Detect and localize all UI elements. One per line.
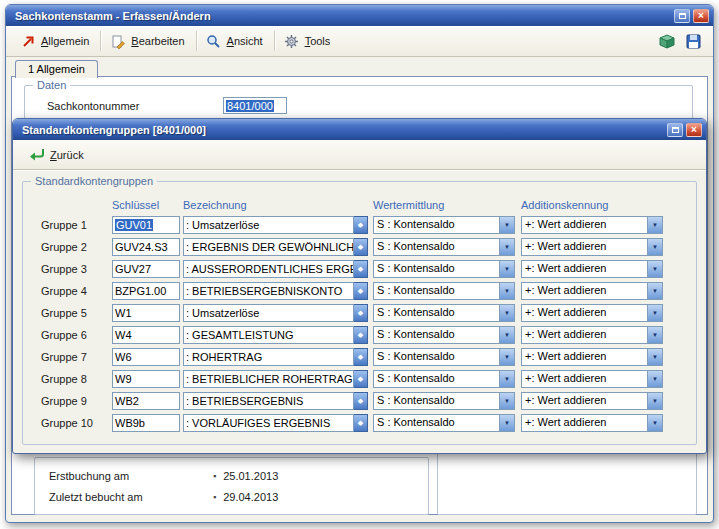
- bezeichnung-input[interactable]: : Umsatzerlöse: [183, 304, 354, 322]
- wertermittlung-select[interactable]: S : Kontensaldo ▼: [373, 260, 515, 278]
- magnifier-icon: [206, 34, 222, 49]
- additionskennung-select[interactable]: +: Wert addieren ▼: [521, 238, 663, 256]
- wertermittlung-select[interactable]: S : Kontensaldo ▼: [373, 370, 515, 388]
- lookup-button[interactable]: ◆: [354, 238, 368, 256]
- dropdown-arrow-icon[interactable]: ▼: [647, 349, 662, 365]
- lookup-button[interactable]: ◆: [354, 304, 368, 322]
- additionskennung-select[interactable]: +: Wert addieren ▼: [521, 304, 663, 322]
- schluessel-input[interactable]: W4: [112, 326, 180, 344]
- additionskennung-select[interactable]: +: Wert addieren ▼: [521, 282, 663, 300]
- sachkontonummer-input[interactable]: 8401/000: [223, 97, 287, 114]
- lookup-button[interactable]: ◆: [354, 370, 368, 388]
- dropdown-arrow-icon[interactable]: ▼: [499, 349, 514, 365]
- bezeichnung-input[interactable]: : AUSSERORDENTLICHES ERGEBNIS: [183, 260, 354, 278]
- schluessel-input[interactable]: BZPG1.00: [112, 282, 180, 300]
- lookup-button[interactable]: ◆: [354, 326, 368, 344]
- edit-icon: [110, 34, 126, 49]
- standardkontengruppen-groupbox: Standardkontengruppen Schlüssel Bezeichn…: [22, 181, 697, 445]
- arrow-ne-icon: [20, 34, 36, 49]
- lookup-button[interactable]: ◆: [354, 414, 368, 432]
- schluessel-input[interactable]: W1: [112, 304, 180, 322]
- wertermittlung-select[interactable]: S : Kontensaldo ▼: [373, 216, 515, 234]
- wertermittlung-select[interactable]: S : Kontensaldo ▼: [373, 326, 515, 344]
- erstbuchung-label: Erstbuchung am: [49, 470, 213, 482]
- dropdown-arrow-icon[interactable]: ▼: [499, 217, 514, 233]
- dropdown-arrow-icon[interactable]: ▼: [647, 415, 662, 431]
- lookup-button[interactable]: ◆: [354, 348, 368, 366]
- dropdown-arrow-icon[interactable]: ▼: [499, 305, 514, 321]
- schluessel-input[interactable]: WB9b: [112, 414, 180, 432]
- erstbuchung-row: Erstbuchung am ▪ 25.01.2013: [49, 470, 418, 482]
- schluessel-input[interactable]: GUV27: [112, 260, 180, 278]
- minimize-button[interactable]: [667, 123, 683, 137]
- menu-ansicht[interactable]: Ansicht: [200, 31, 271, 52]
- lookup-button[interactable]: ◆: [354, 282, 368, 300]
- menu-allgemein[interactable]: Allgemein: [14, 31, 97, 52]
- lookup-button[interactable]: ◆: [354, 216, 368, 234]
- back-arrow-icon: [29, 147, 45, 162]
- additionskennung-select[interactable]: +: Wert addieren ▼: [521, 414, 663, 432]
- additionskennung-select[interactable]: +: Wert addieren ▼: [521, 348, 663, 366]
- wertermittlung-select[interactable]: S : Kontensaldo ▼: [373, 282, 515, 300]
- dropdown-arrow-icon[interactable]: ▼: [647, 371, 662, 387]
- main-titlebar[interactable]: Sachkontenstamm - Erfassen/Ändern ×: [6, 5, 713, 26]
- bezeichnung-input[interactable]: : BETRIEBSERGEBNISKONTO: [183, 282, 354, 300]
- row-label: Gruppe 7: [41, 351, 112, 363]
- dropdown-arrow-icon[interactable]: ▼: [499, 415, 514, 431]
- menu-bearbeiten[interactable]: Bearbeiten: [104, 31, 192, 52]
- menu-label: Allgemein: [41, 35, 89, 47]
- bezeichnung-input[interactable]: : BETRIEBSERGEBNIS: [183, 392, 354, 410]
- bezeichnung-input[interactable]: : VORLÄUFIGES ERGEBNIS: [183, 414, 354, 432]
- dialog-titlebar[interactable]: Standardkontengruppen [8401/000] ×: [13, 119, 706, 140]
- main-toolbar: Allgemein Bearbeiten Ansicht: [6, 26, 713, 57]
- additionskennung-select[interactable]: +: Wert addieren ▼: [521, 392, 663, 410]
- package-icon[interactable]: [659, 34, 675, 49]
- tab-allgemein[interactable]: 1 Allgemein: [15, 60, 98, 78]
- wertermittlung-select[interactable]: S : Kontensaldo ▼: [373, 414, 515, 432]
- row-label: Gruppe 6: [41, 329, 112, 341]
- gear-icon: [284, 34, 300, 49]
- close-button[interactable]: ×: [686, 123, 702, 137]
- schluessel-input[interactable]: W6: [112, 348, 180, 366]
- bezeichnung-input[interactable]: : GESAMTLEISTUNG: [183, 326, 354, 344]
- additionskennung-select[interactable]: +: Wert addieren ▼: [521, 370, 663, 388]
- bezeichnung-input[interactable]: : Umsatzerlöse: [183, 216, 354, 234]
- menu-tools[interactable]: Tools: [278, 31, 339, 52]
- table-row: Gruppe 10 WB9b : VORLÄUFIGES ERGEBNIS ◆ …: [23, 412, 696, 434]
- dropdown-arrow-icon[interactable]: ▼: [499, 283, 514, 299]
- dropdown-arrow-icon[interactable]: ▼: [499, 393, 514, 409]
- additionskennung-select[interactable]: +: Wert addieren ▼: [521, 326, 663, 344]
- wertermittlung-select[interactable]: S : Kontensaldo ▼: [373, 348, 515, 366]
- additionskennung-select[interactable]: +: Wert addieren ▼: [521, 260, 663, 278]
- schluessel-input[interactable]: W9: [112, 370, 180, 388]
- bezeichnung-input[interactable]: : ERGEBNIS DER GEWÖHNLICHEN GES: [183, 238, 354, 256]
- dropdown-arrow-icon[interactable]: ▼: [647, 239, 662, 255]
- close-button[interactable]: ×: [693, 9, 709, 23]
- minimize-button[interactable]: [674, 9, 690, 23]
- dropdown-arrow-icon[interactable]: ▼: [499, 261, 514, 277]
- dropdown-arrow-icon[interactable]: ▼: [499, 371, 514, 387]
- dropdown-arrow-icon[interactable]: ▼: [647, 305, 662, 321]
- bezeichnung-input[interactable]: : ROHERTRAG: [183, 348, 354, 366]
- dropdown-arrow-icon[interactable]: ▼: [647, 217, 662, 233]
- bezeichnung-input[interactable]: : BETRIEBLICHER ROHERTRAG: [183, 370, 354, 388]
- wertermittlung-select[interactable]: S : Kontensaldo ▼: [373, 238, 515, 256]
- zuletzt-bebucht-value: ▪ 29.04.2013: [213, 491, 278, 503]
- save-icon[interactable]: [685, 34, 701, 49]
- wertermittlung-select[interactable]: S : Kontensaldo ▼: [373, 304, 515, 322]
- schluessel-input[interactable]: GUV24.S3: [112, 238, 180, 256]
- lookup-button[interactable]: ◆: [354, 260, 368, 278]
- dropdown-arrow-icon[interactable]: ▼: [499, 327, 514, 343]
- back-button[interactable]: Zurück: [23, 144, 92, 165]
- dropdown-arrow-icon[interactable]: ▼: [647, 261, 662, 277]
- additionskennung-select[interactable]: +: Wert addieren ▼: [521, 216, 663, 234]
- lookup-button[interactable]: ◆: [354, 392, 368, 410]
- schluessel-input[interactable]: WB2: [112, 392, 180, 410]
- dropdown-arrow-icon[interactable]: ▼: [499, 239, 514, 255]
- dropdown-arrow-icon[interactable]: ▼: [647, 283, 662, 299]
- dropdown-arrow-icon[interactable]: ▼: [647, 327, 662, 343]
- schluessel-input[interactable]: GUV01: [112, 216, 180, 234]
- minimize-icon: [679, 13, 686, 19]
- wertermittlung-select[interactable]: S : Kontensaldo ▼: [373, 392, 515, 410]
- dropdown-arrow-icon[interactable]: ▼: [647, 393, 662, 409]
